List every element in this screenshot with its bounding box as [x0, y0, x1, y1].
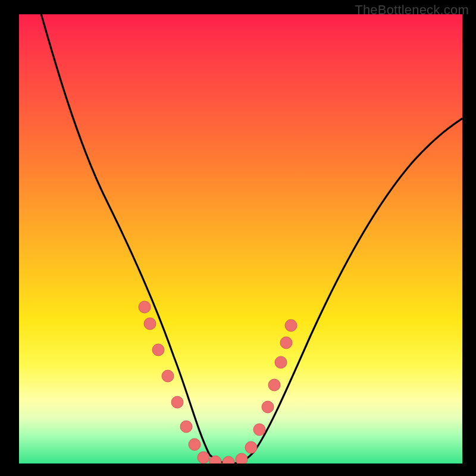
marker	[245, 441, 257, 453]
watermark-text: TheBottleneck.com	[355, 2, 469, 18]
marker	[285, 320, 297, 331]
marker	[162, 370, 174, 382]
marker	[253, 424, 265, 436]
marker	[139, 301, 151, 313]
chart-svg	[19, 14, 462, 464]
marker	[275, 356, 287, 368]
marker	[152, 344, 164, 356]
marker	[262, 401, 274, 413]
chart-frame: TheBottleneck.com	[0, 0, 476, 476]
marker	[280, 337, 292, 349]
marker	[171, 396, 183, 408]
marker	[223, 456, 234, 464]
marker	[268, 379, 280, 391]
marker	[198, 452, 209, 464]
bottleneck-curve	[41, 14, 462, 464]
marker	[144, 318, 156, 330]
marker	[236, 453, 248, 464]
marker	[180, 421, 192, 433]
chart-plot-area	[19, 14, 462, 464]
marker	[189, 439, 201, 450]
